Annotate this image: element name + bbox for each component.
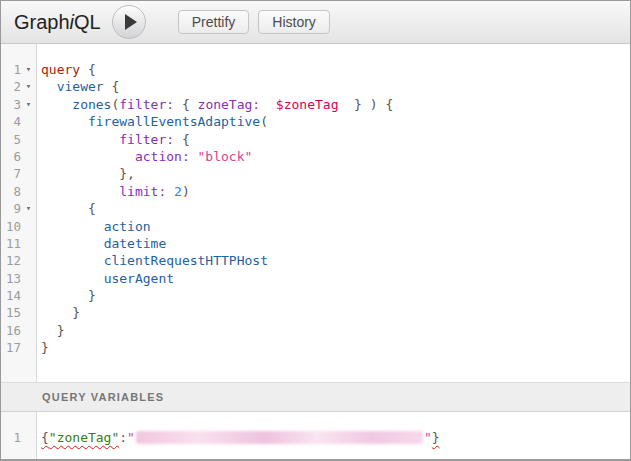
code-line: 6 action: "block" — [1, 148, 630, 165]
query-code: 1▾query {2▾ viewer {3▾ zones(filter: { z… — [1, 61, 630, 357]
line-number: 6 — [1, 148, 21, 165]
line-number: 12 — [1, 252, 21, 269]
code-token: filter: — [119, 132, 174, 147]
code-token — [41, 114, 88, 129]
code-token — [41, 149, 135, 164]
code-token: : — [119, 430, 127, 445]
code-token — [41, 236, 104, 251]
code-token — [190, 149, 198, 164]
code-token: { — [41, 430, 49, 445]
code-text: { — [36, 200, 96, 217]
query-editor[interactable]: 1▾query {2▾ viewer {3▾ zones(filter: { z… — [1, 44, 630, 382]
code-text: userAgent — [36, 270, 174, 287]
code-line: 8 limit: 2) — [1, 183, 630, 200]
variables-code: 1{"zoneTag":""} — [1, 429, 630, 446]
code-token: action: — [135, 149, 190, 164]
line-number: 11 — [1, 235, 21, 252]
redacted-value — [136, 431, 423, 444]
code-line: 4 firewallEventsAdaptive( — [1, 113, 630, 130]
code-text: {"zoneTag":""} — [36, 429, 440, 446]
code-line: 12 clientRequestHTTPHost — [1, 252, 630, 269]
code-text: } — [36, 287, 96, 304]
code-line: 9▾ { — [1, 200, 630, 217]
code-text: limit: 2) — [36, 183, 190, 200]
code-token: 2 — [174, 184, 182, 199]
code-text: }, — [36, 165, 135, 182]
fold-gutter-spacer — [21, 287, 36, 304]
code-token: } — [41, 305, 80, 320]
code-token: $zoneTag — [276, 97, 339, 112]
code-token: "block" — [198, 149, 253, 164]
code-text: action: "block" — [36, 148, 252, 165]
graphiql-logo: GraphiQL — [14, 11, 101, 34]
fold-arrow-icon[interactable]: ▾ — [21, 96, 36, 113]
code-token: " — [424, 430, 432, 445]
code-token: "zoneTag" — [49, 430, 119, 445]
fold-gutter-spacer — [21, 113, 36, 130]
code-text: filter: { — [36, 131, 190, 148]
code-token — [41, 184, 119, 199]
code-token: { — [174, 132, 190, 147]
fold-gutter-spacer — [21, 148, 36, 165]
fold-gutter-spacer — [21, 235, 36, 252]
graphiql-window: GraphiQL Prettify History 1▾query {2▾ vi… — [0, 0, 631, 461]
query-variables-title: QUERY VARIABLES — [42, 391, 164, 403]
code-line: 2▾ viewer { — [1, 78, 630, 95]
fold-gutter-spacer — [21, 304, 36, 321]
code-token: " — [127, 430, 135, 445]
code-token — [41, 219, 104, 234]
play-icon — [125, 14, 137, 30]
fold-gutter-spacer — [21, 429, 36, 446]
query-variables-header[interactable]: QUERY VARIABLES — [1, 382, 630, 412]
line-number: 5 — [1, 131, 21, 148]
fold-gutter-spacer — [21, 252, 36, 269]
code-token: query — [41, 62, 80, 77]
line-number: 1 — [1, 61, 21, 78]
code-token: { — [80, 62, 96, 77]
logo-text-post: QL — [74, 11, 101, 33]
code-line: 5 filter: { — [1, 131, 630, 148]
fold-arrow-icon[interactable]: ▾ — [21, 200, 36, 217]
code-text: } — [36, 339, 49, 356]
code-text: clientRequestHTTPHost — [36, 252, 268, 269]
code-token: datetime — [104, 236, 167, 251]
fold-gutter-spacer — [21, 339, 36, 356]
code-token: clientRequestHTTPHost — [104, 253, 268, 268]
logo-text-pre: Graph — [14, 11, 70, 33]
line-number: 7 — [1, 165, 21, 182]
fold-gutter-spacer — [21, 183, 36, 200]
code-text: firewallEventsAdaptive( — [36, 113, 268, 130]
code-token: zones — [72, 97, 111, 112]
code-text: } — [36, 304, 80, 321]
line-number: 13 — [1, 270, 21, 287]
code-token: { — [41, 201, 96, 216]
code-token: } ) { — [338, 97, 393, 112]
code-line: 15 } — [1, 304, 630, 321]
code-line: 1▾query { — [1, 61, 630, 78]
code-token: } — [432, 430, 440, 445]
code-line: 14 } — [1, 287, 630, 304]
code-line: 16 } — [1, 322, 630, 339]
prettify-button[interactable]: Prettify — [178, 10, 250, 34]
fold-arrow-icon[interactable]: ▾ — [21, 78, 36, 95]
code-token: userAgent — [104, 271, 174, 286]
code-token — [41, 79, 57, 94]
code-token: action — [104, 219, 151, 234]
code-token — [166, 184, 174, 199]
code-token — [41, 132, 119, 147]
execute-query-button[interactable] — [112, 5, 146, 39]
code-token: } — [41, 288, 96, 303]
query-variables-editor[interactable]: 1{"zoneTag":""} — [1, 412, 630, 459]
fold-arrow-icon[interactable]: ▾ — [21, 61, 36, 78]
code-token: }, — [41, 166, 135, 181]
code-token: firewallEventsAdaptive — [88, 114, 260, 129]
code-token: viewer — [57, 79, 104, 94]
history-button[interactable]: History — [258, 10, 330, 34]
code-line: 1{"zoneTag":""} — [1, 429, 630, 446]
line-number: 1 — [1, 429, 21, 446]
code-token: } — [41, 323, 64, 338]
code-line: 3▾ zones(filter: { zoneTag: $zoneTag } )… — [1, 96, 630, 113]
code-line: 11 datetime — [1, 235, 630, 252]
code-line: 10 action — [1, 218, 630, 235]
code-token: } — [41, 340, 49, 355]
